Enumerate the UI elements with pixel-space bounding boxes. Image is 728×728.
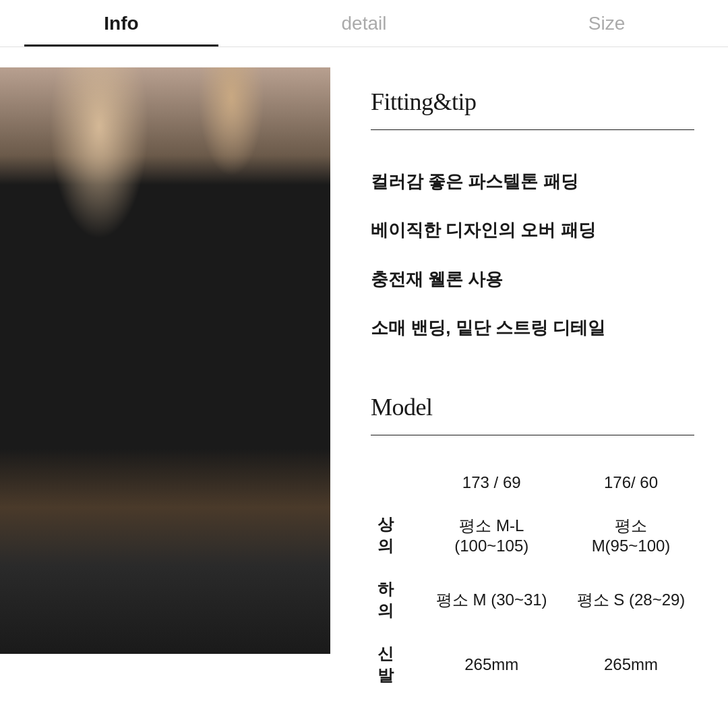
row-bottom-col1: 평소 M (30~31) (415, 568, 568, 632)
model-divider (371, 435, 694, 435)
feature-item-2: 베이직한 디자인의 오버 패딩 (371, 206, 694, 254)
tab-detail[interactable]: detail (243, 0, 485, 47)
model-table-header: 173 / 69 176/ 60 (371, 462, 694, 503)
info-panel: Fitting&tip 컬러감 좋은 파스텔톤 패딩 베이직한 디자인의 오버 … (330, 67, 728, 728)
feature-item-1: 컬러감 좋은 파스텔톤 패딩 (371, 157, 694, 206)
col-header-empty (371, 462, 415, 503)
model-photo (0, 67, 330, 654)
feature-item-4: 소매 밴딩, 밑단 스트링 디테일 (371, 303, 694, 352)
row-bottom-col2: 평소 S (28~29) (568, 568, 694, 632)
model-table: 173 / 69 176/ 60 상의 평소 M-L (100~105) 평소 … (371, 462, 694, 697)
col-header-2: 176/ 60 (568, 462, 694, 503)
model-section: Model 173 / 69 176/ 60 상의 평소 M-L (100~10… (371, 393, 694, 697)
row-label-shoes: 신발 (371, 632, 415, 697)
feature-list: 컬러감 좋은 파스텔톤 패딩 베이직한 디자인의 오버 패딩 충전재 웰론 사용… (371, 157, 694, 353)
tab-size[interactable]: Size (485, 0, 728, 47)
tab-navigation: Info detail Size (0, 0, 728, 47)
fitting-title: Fitting&tip (371, 88, 694, 116)
fitting-divider (371, 129, 694, 130)
table-row: 신발 265mm 265mm (371, 632, 694, 697)
product-image-panel (0, 67, 330, 654)
row-shoes-col1: 265mm (415, 632, 568, 697)
table-row: 하의 평소 M (30~31) 평소 S (28~29) (371, 568, 694, 632)
row-top-col1: 평소 M-L (100~105) (415, 503, 568, 568)
row-top-col2: 평소 M(95~100) (568, 503, 694, 568)
tab-info[interactable]: Info (0, 0, 243, 47)
table-row: 상의 평소 M-L (100~105) 평소 M(95~100) (371, 503, 694, 568)
feature-item-3: 충전재 웰론 사용 (371, 255, 694, 303)
row-label-bottom: 하의 (371, 568, 415, 632)
main-content: Fitting&tip 컬러감 좋은 파스텔톤 패딩 베이직한 디자인의 오버 … (0, 47, 728, 728)
row-label-top: 상의 (371, 503, 415, 568)
model-title: Model (371, 393, 694, 421)
fitting-section: Fitting&tip 컬러감 좋은 파스텔톤 패딩 베이직한 디자인의 오버 … (371, 88, 694, 353)
col-header-1: 173 / 69 (415, 462, 568, 503)
row-shoes-col2: 265mm (568, 632, 694, 697)
